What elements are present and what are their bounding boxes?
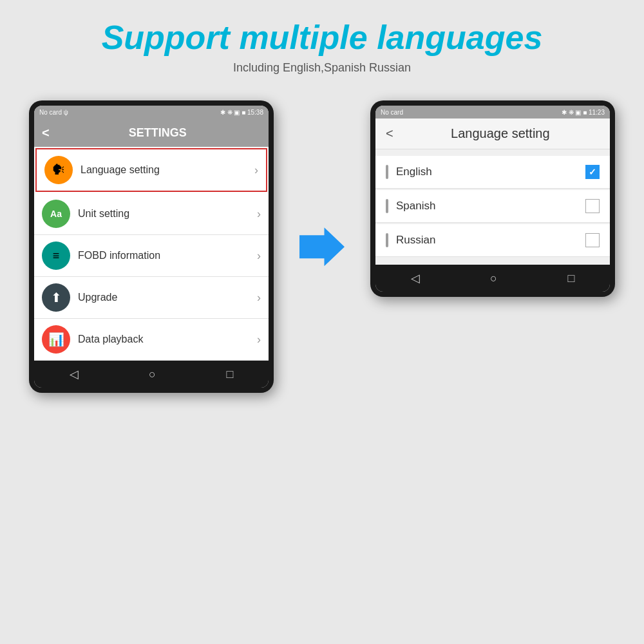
phone2-status-bar: No card ✱ ❋ ▣ ■ 11:23 <box>375 106 610 118</box>
upgrade-icon: ⬆ <box>42 283 70 312</box>
lang-name-spanish: Spanish <box>396 200 585 213</box>
lang-checkbox-english[interactable]: ✓ <box>585 165 600 179</box>
lang-item-spanish[interactable]: Spanish <box>375 190 610 223</box>
phone2-back-btn[interactable]: ◁ <box>411 271 420 285</box>
upgrade-label: Upgrade <box>78 292 257 303</box>
phone1-back-btn[interactable]: ◁ <box>70 367 79 381</box>
phone2-bottom-nav: ◁ ○ □ <box>375 265 610 292</box>
language-chevron-icon: › <box>254 164 258 177</box>
language-label: Language setting <box>80 164 254 176</box>
arrow-right-icon <box>299 227 345 266</box>
lang-indicator-russian <box>386 233 388 247</box>
language-list: English ✓ Spanish Russian <box>375 149 610 265</box>
lang-name-english: English <box>396 166 585 178</box>
checkmark-english: ✓ <box>589 167 596 177</box>
phone2-status-left: No card <box>381 109 403 116</box>
fobd-label: FOBD information <box>78 250 257 261</box>
unit-icon: Aa <box>42 200 70 228</box>
lang-indicator-spanish <box>386 199 388 213</box>
settings-item-upgrade[interactable]: ⬆ Upgrade › <box>34 277 269 319</box>
phone1-status-bar: No card ψ ✱ ❋ ▣ ■ 15:38 <box>34 106 269 118</box>
phone1-settings-list: 🗣 Language setting › Aa Unit setting › ≡… <box>34 147 269 361</box>
settings-item-playback[interactable]: 📊 Data playback › <box>34 319 269 361</box>
lang-item-english[interactable]: English ✓ <box>375 156 610 189</box>
phone2-home-btn[interactable]: ○ <box>490 272 497 285</box>
phone2-status-right: ✱ ❋ ▣ ■ 11:23 <box>562 109 605 116</box>
phone1-nav-bar: < SETTINGS <box>34 118 269 147</box>
playback-chevron-icon: › <box>257 333 261 346</box>
subtitle: Including English,Spanish Russian <box>13 61 631 75</box>
settings-item-language[interactable]: 🗣 Language setting › <box>35 148 267 192</box>
phone1-screen: No card ψ ✱ ❋ ▣ ■ 15:38 < SETTINGS 🗣 Lan… <box>34 106 269 388</box>
settings-item-unit[interactable]: Aa Unit setting › <box>34 193 269 235</box>
lang-item-russian[interactable]: Russian <box>375 224 610 257</box>
phone1-recent-btn[interactable]: □ <box>226 368 233 381</box>
language-icon: 🗣 <box>44 156 73 184</box>
playback-icon: 📊 <box>42 325 70 354</box>
phone2-back-icon[interactable]: < <box>386 126 393 141</box>
phone1-home-btn[interactable]: ○ <box>149 368 156 381</box>
lang-indicator-english <box>386 165 388 179</box>
phone1-nav-title: SETTINGS <box>55 126 261 140</box>
lang-name-russian: Russian <box>396 234 585 247</box>
phone1-status-right: ✱ ❋ ▣ ■ 15:38 <box>220 109 263 116</box>
unit-label: Unit setting <box>78 208 257 220</box>
phone1-frame: No card ψ ✱ ❋ ▣ ■ 15:38 < SETTINGS 🗣 Lan… <box>29 100 274 393</box>
upgrade-chevron-icon: › <box>257 291 261 305</box>
fobd-icon: ≡ <box>42 242 70 270</box>
lang-checkbox-russian[interactable] <box>585 233 600 247</box>
playback-label: Data playback <box>78 334 257 345</box>
arrow-container <box>299 227 345 266</box>
phones-container: No card ψ ✱ ❋ ▣ ■ 15:38 < SETTINGS 🗣 Lan… <box>0 88 644 406</box>
phone2-recent-btn[interactable]: □ <box>567 272 574 285</box>
header-section: Support multiple languages Including Eng… <box>0 0 644 88</box>
phone1-back-icon[interactable]: < <box>42 126 50 140</box>
phone2-nav-title: Language setting <box>401 126 600 141</box>
phone2-frame: No card ✱ ❋ ▣ ■ 11:23 < Language setting… <box>370 100 615 297</box>
main-title: Support multiple languages <box>13 19 631 56</box>
phone2-nav-bar: < Language setting <box>375 118 610 149</box>
phone1-bottom-nav: ◁ ○ □ <box>34 361 269 388</box>
settings-item-fobd[interactable]: ≡ FOBD information › <box>34 235 269 277</box>
phone1-status-left: No card ψ <box>39 109 68 116</box>
unit-chevron-icon: › <box>257 207 261 221</box>
lang-checkbox-spanish[interactable] <box>585 199 600 213</box>
phone2-screen: No card ✱ ❋ ▣ ■ 11:23 < Language setting… <box>375 106 610 292</box>
fobd-chevron-icon: › <box>257 249 261 263</box>
